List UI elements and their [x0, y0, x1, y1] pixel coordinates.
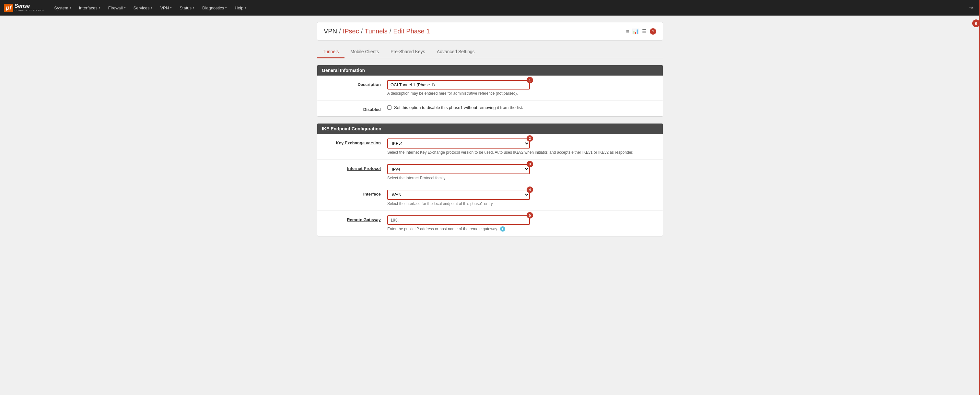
filter-icon[interactable]: ≡	[626, 29, 629, 34]
key-exchange-select-wrapper: Auto IKEv1 IKEv2 2	[387, 139, 530, 148]
navbar-right: ⇥	[966, 4, 976, 11]
disabled-checkbox-area: Set this option to disable this phase1 w…	[387, 105, 657, 110]
disabled-label: Disabled	[323, 105, 387, 112]
breadcrumb-sep-1: /	[339, 27, 341, 35]
disabled-content: Set this option to disable this phase1 w…	[387, 105, 657, 110]
key-exchange-badge: 2	[527, 135, 533, 142]
remote-gateway-hint-area: Enter the public IP address or host name…	[387, 226, 633, 231]
tab-tunnels[interactable]: Tunnels	[317, 46, 345, 58]
remote-gateway-hint-text: Enter the public IP address or host name…	[387, 227, 498, 231]
remote-gateway-label[interactable]: Remote Gateway	[323, 215, 387, 222]
breadcrumb-tunnels[interactable]: Tunnels	[364, 27, 387, 35]
brand-name: Sense	[14, 3, 45, 9]
description-badge: 1	[527, 77, 533, 83]
nav-system[interactable]: System ▾	[51, 4, 74, 12]
description-hint: A description may be entered here for ad…	[387, 91, 633, 96]
nav-services[interactable]: Services ▾	[130, 4, 156, 12]
page-container: VPN / IPsec / Tunnels / Edit Phase 1 ≡ 📊…	[312, 22, 668, 236]
logout-icon[interactable]: ⇥	[966, 3, 976, 12]
remote-gateway-input-wrapper: 5	[387, 215, 530, 225]
remote-gateway-row: Remote Gateway 5 Enter the public IP add…	[317, 211, 663, 236]
breadcrumb-ipsec[interactable]: IPsec	[343, 27, 359, 35]
top-navbar: pf Sense COMMUNITY EDITION System ▾ Inte…	[0, 0, 980, 16]
description-row: Description 1 A description may be enter…	[317, 76, 663, 100]
interface-hint: Select the interface for the local endpo…	[387, 201, 633, 206]
chevron-down-icon: ▾	[151, 6, 152, 10]
chevron-down-icon: ▾	[225, 6, 227, 10]
internet-protocol-label[interactable]: Internet Protocol	[323, 164, 387, 171]
description-content: 1 A description may be entered here for …	[387, 80, 657, 96]
key-exchange-row: Key Exchange version Auto IKEv1 IKEv2 2 …	[317, 134, 663, 159]
breadcrumb-current: Edit Phase 1	[393, 27, 430, 35]
brand-logo: pf Sense COMMUNITY EDITION	[4, 3, 45, 12]
key-exchange-content: Auto IKEv1 IKEv2 2 Select the Internet K…	[387, 139, 657, 155]
interface-content: WAN LAN loopback 4 Select the interface …	[387, 190, 657, 206]
disabled-row: Disabled Set this option to disable this…	[317, 100, 663, 116]
key-exchange-label[interactable]: Key Exchange version	[323, 139, 387, 145]
tab-advanced-settings[interactable]: Advanced Settings	[431, 46, 480, 58]
ike-header: IKE Endpoint Configuration	[317, 124, 663, 134]
interface-select[interactable]: WAN LAN loopback	[387, 190, 530, 200]
chevron-down-icon: ▾	[193, 6, 194, 10]
internet-protocol-row: Internet Protocol IPv4 IPv6 3 Select the…	[317, 159, 663, 185]
tab-pre-shared-keys[interactable]: Pre-Shared Keys	[385, 46, 431, 58]
brand-community: COMMUNITY EDITION	[14, 9, 45, 12]
general-information-header: General Information	[317, 65, 663, 76]
internet-protocol-hint: Select the Internet Protocol family.	[387, 176, 633, 180]
disabled-checkbox[interactable]	[387, 105, 391, 110]
edge-badge: 6	[972, 19, 980, 27]
breadcrumb-sep-2: /	[361, 27, 363, 35]
internet-protocol-select[interactable]: IPv4 IPv6	[387, 164, 530, 174]
key-exchange-select[interactable]: Auto IKEv1 IKEv2	[387, 139, 530, 148]
nav-status[interactable]: Status ▾	[176, 4, 198, 12]
chevron-down-icon: ▾	[99, 6, 100, 10]
description-input-wrapper: 1	[387, 80, 530, 89]
chevron-down-icon: ▾	[124, 6, 126, 10]
description-input[interactable]	[387, 80, 530, 89]
breadcrumb-box: VPN / IPsec / Tunnels / Edit Phase 1 ≡ 📊…	[317, 22, 663, 41]
interface-row: Interface WAN LAN loopback 4 Select the …	[317, 185, 663, 211]
chevron-down-icon: ▾	[170, 6, 172, 10]
remote-gateway-info-icon[interactable]: i	[500, 226, 505, 231]
nav-diagnostics[interactable]: Diagnostics ▾	[199, 4, 230, 12]
disabled-checkbox-label: Set this option to disable this phase1 w…	[394, 105, 523, 110]
interface-select-wrapper: WAN LAN loopback 4	[387, 190, 530, 200]
nav-firewall[interactable]: Firewall ▾	[105, 4, 129, 12]
remote-gateway-input[interactable]	[387, 215, 530, 225]
tabs-bar: Tunnels Mobile Clients Pre-Shared Keys A…	[317, 46, 663, 58]
chart-icon[interactable]: 📊	[632, 28, 639, 34]
ike-section: IKE Endpoint Configuration Key Exchange …	[317, 123, 663, 236]
interface-label[interactable]: Interface	[323, 190, 387, 196]
remote-gateway-badge: 5	[527, 212, 533, 218]
interface-badge: 4	[527, 186, 533, 193]
nav-interfaces[interactable]: Interfaces ▾	[76, 4, 104, 12]
tab-mobile-clients[interactable]: Mobile Clients	[345, 46, 385, 58]
breadcrumb-icons: ≡ 📊 ☰ ?	[626, 28, 656, 35]
pf-logo: pf	[4, 4, 13, 12]
internet-protocol-content: IPv4 IPv6 3 Select the Internet Protocol…	[387, 164, 657, 180]
description-label: Description	[323, 80, 387, 87]
chevron-down-icon: ▾	[70, 6, 71, 10]
help-icon[interactable]: ?	[650, 28, 656, 35]
chevron-down-icon: ▾	[245, 6, 246, 10]
internet-protocol-select-wrapper: IPv4 IPv6 3	[387, 164, 530, 174]
internet-protocol-badge: 3	[527, 161, 533, 167]
breadcrumb-sep-3: /	[390, 27, 391, 35]
key-exchange-hint: Select the Internet Key Exchange protoco…	[387, 150, 633, 155]
remote-gateway-content: 5 Enter the public IP address or host na…	[387, 215, 657, 231]
list-icon[interactable]: ☰	[642, 28, 646, 34]
breadcrumb: VPN / IPsec / Tunnels / Edit Phase 1	[324, 27, 430, 35]
nav-help[interactable]: Help ▾	[231, 4, 250, 12]
general-information-section: General Information Description 1 A desc…	[317, 65, 663, 117]
nav-vpn[interactable]: VPN ▾	[157, 4, 175, 12]
breadcrumb-vpn: VPN	[324, 27, 337, 35]
